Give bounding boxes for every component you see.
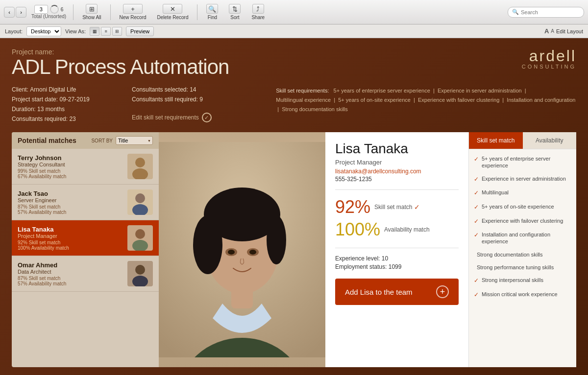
skills-list: ✓5+ years of enterprise server experienc… <box>469 149 576 367</box>
toolbar: ‹ › 6 Total (Unsorted) ⊞ Show All + New … <box>0 0 588 24</box>
logo-sub: CONSULTING <box>522 64 576 70</box>
skills-panel: Skill set match Availability ✓5+ years o… <box>468 132 576 367</box>
duration-item: Duration: 13 months <box>12 106 132 113</box>
match-photo-jack <box>127 189 153 215</box>
match-name-jack: Jack Tsao <box>18 190 123 197</box>
project-meta: Client: Arnoni Digital Life Project star… <box>12 86 576 125</box>
skill-pct-value: 92% <box>335 197 370 217</box>
profile-photo-placeholder <box>159 132 325 367</box>
profile-name: Lisa Tanaka <box>335 141 459 157</box>
find-icon: 🔍 <box>206 4 218 14</box>
add-button-label: Add Lisa to the team <box>345 288 413 296</box>
match-role-lisa: Project Manager <box>18 233 123 239</box>
record-counter: 6 Total (Unsorted) <box>31 5 66 19</box>
sort-icon: ⇅ <box>229 4 241 14</box>
add-to-team-button[interactable]: Add Lisa to the team + <box>335 279 459 305</box>
match-photo-lisa <box>127 225 153 251</box>
skill-check: ✓ <box>474 277 479 285</box>
delete-record-button[interactable]: ✕ Delete Record <box>153 2 193 22</box>
share-button[interactable]: ⤴ Share <box>247 2 269 22</box>
main-content: Project name: ADL Process Automation ard… <box>0 38 588 375</box>
emp-status-value: 1099 <box>389 263 402 270</box>
match-info-terry: Terry Johnson Strategy Consultant 99% Sk… <box>18 154 123 179</box>
search-icon: 🔍 <box>512 9 519 15</box>
edit-skill-link[interactable]: Edit skill set requirements ✓ <box>132 113 276 122</box>
skill-item: ✓5+ years of on-site experience <box>469 200 576 214</box>
share-icon: ⤴ <box>252 4 264 14</box>
project-title-area: Project name: ADL Process Automation <box>12 48 229 78</box>
skill-pct-row: 92% Skill set match ✓ <box>335 197 459 217</box>
skill-item: ✓Strong interpersonal skills <box>469 274 576 288</box>
show-all-icon: ⊞ <box>86 4 98 14</box>
skill-check: ✓ <box>474 176 479 184</box>
match-role-omar: Data Architect <box>18 269 123 275</box>
divider-3 <box>197 4 197 20</box>
view-icon-list[interactable]: ≡ <box>101 27 111 36</box>
edit-layout-button[interactable]: A A Edit Layout <box>544 27 583 35</box>
profile-divider-2 <box>335 248 459 248</box>
skill-item: ✓Mission critical work experience <box>469 288 576 302</box>
skill-check-icon: ✓ <box>414 203 420 211</box>
layout-select[interactable]: Desktop <box>26 26 61 36</box>
avail-pct-value: 100% <box>335 219 380 240</box>
skill-item: ✓Experience with failover clustering <box>469 214 576 229</box>
match-item-terry[interactable]: Terry Johnson Strategy Consultant 99% Sk… <box>12 149 159 185</box>
duration-value: 13 months <box>37 106 65 113</box>
skill-check: ✓ <box>474 218 479 226</box>
new-record-button[interactable]: + New Record <box>116 2 150 22</box>
plus-circle-icon: + <box>436 285 449 298</box>
record-total-label: 6 <box>61 7 64 12</box>
nav-buttons: ‹ › <box>4 7 26 18</box>
skill-item: Strong performance tuning skills <box>469 261 576 274</box>
sort-by-area: SORT BY Title Name Skill Match <box>91 136 153 145</box>
match-pct-area: 92% Skill set match ✓ 100% Availability … <box>335 197 459 240</box>
client-value: Arnoni Digital Life <box>30 86 76 93</box>
meta-col-right: Skill set requirements: 5+ years of ente… <box>276 86 576 125</box>
project-label: Project name: <box>12 48 229 56</box>
profile-role: Project Manager <box>335 159 459 166</box>
search-box: 🔍 <box>508 7 584 18</box>
avail-pct-label: Availability match <box>384 226 429 233</box>
match-role-terry: Strategy Consultant <box>18 162 123 167</box>
skill-item: Strong documentation skills <box>469 248 576 261</box>
svg-point-18 <box>267 215 286 264</box>
match-item-jack[interactable]: Jack Tsao Server Engineer 87% Skill set … <box>12 185 159 220</box>
match-name-lisa: Lisa Tanaka <box>18 226 123 233</box>
profile-photo-bg <box>159 132 325 367</box>
svg-point-4 <box>135 193 145 203</box>
view-icon-grid[interactable]: ▦ <box>90 27 99 36</box>
delete-record-icon: ✕ <box>163 4 182 14</box>
skill-item: ✓Multilingual <box>469 186 576 200</box>
search-input[interactable] <box>521 9 580 15</box>
forward-button[interactable]: › <box>16 7 26 18</box>
sort-select[interactable]: Title Name Skill Match <box>116 136 153 145</box>
tab-availability[interactable]: Availability <box>523 132 577 149</box>
profile-email: lisatanaka@ardellconsulting.com <box>335 168 459 175</box>
match-item-lisa[interactable]: Lisa Tanaka Project Manager 92% Skill se… <box>12 220 159 256</box>
preview-button[interactable]: Preview <box>126 26 154 36</box>
match-stats-jack: 87% Skill set match 57% Availability mat… <box>18 204 123 215</box>
matches-panel: Potential matches SORT BY Title Name Ski… <box>12 132 159 367</box>
find-button[interactable]: 🔍 Find <box>202 2 222 22</box>
match-item-omar[interactable]: Omar Ahmed Data Architect 87% Skill set … <box>12 256 159 292</box>
match-photo-terry <box>127 154 153 179</box>
svg-point-1 <box>135 158 145 167</box>
emp-status-row: Employment status: 1099 <box>335 263 459 270</box>
exp-level-value: 10 <box>382 255 388 262</box>
match-role-jack: Server Engineer <box>18 197 123 203</box>
font-size-icon: A <box>544 27 549 35</box>
tab-skill-set-match[interactable]: Skill set match <box>469 132 523 149</box>
view-icon-table[interactable]: ⊞ <box>112 27 122 36</box>
sort-select-wrap: Title Name Skill Match <box>116 136 153 145</box>
new-record-icon: + <box>123 4 143 14</box>
consultants-required-value: 23 <box>69 116 75 122</box>
show-all-button[interactable]: ⊞ Show All <box>78 2 105 22</box>
profile-divider <box>335 189 459 190</box>
avail-pct-row: 100% Availability match <box>335 219 459 240</box>
record-input[interactable] <box>34 5 48 14</box>
sort-button[interactable]: ⇅ Sort <box>225 2 245 22</box>
match-stats-lisa: 92% Skill set match 100% Availability ma… <box>18 240 123 251</box>
layout-bar: Layout: Desktop View As: ▦ ≡ ⊞ Preview A… <box>0 24 588 38</box>
back-button[interactable]: ‹ <box>4 7 15 18</box>
skill-check: ✓ <box>474 189 479 197</box>
